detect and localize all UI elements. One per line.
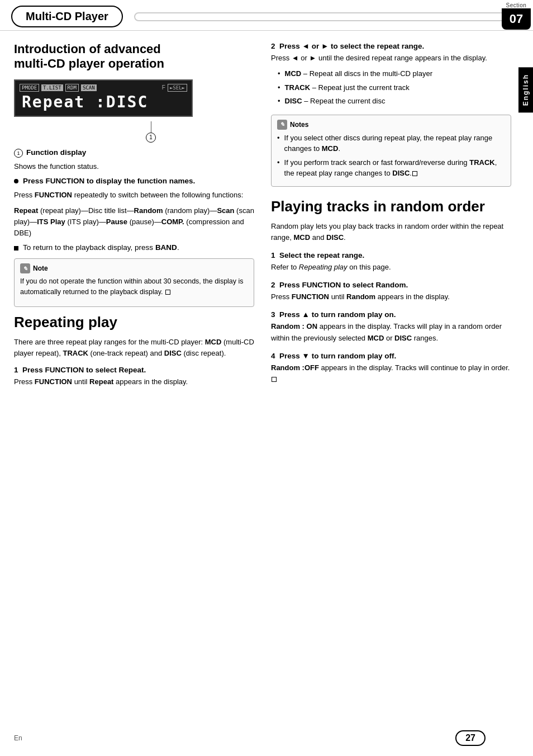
display-main-text: Repeat :DISC bbox=[20, 92, 187, 112]
func-display-title: Function display bbox=[26, 148, 86, 157]
section-tab: Section 07 bbox=[499, 0, 533, 30]
func-display-section: 1 Function display bbox=[14, 148, 254, 158]
note-1-text: If you select other discs during repeat … bbox=[284, 133, 505, 154]
functions-list-text: Repeat (repeat play)—Disc title list—Ran… bbox=[14, 205, 254, 239]
annotation-circle: 1 bbox=[146, 133, 156, 143]
mcd-text: MCD – Repeat all discs in the multi-CD p… bbox=[285, 68, 432, 79]
r-step-2-body: Press FUNCTION until Random appears in t… bbox=[271, 291, 511, 303]
main-content: Introduction of advanced multi-CD player… bbox=[0, 31, 533, 407]
square-sym-note bbox=[412, 171, 417, 176]
display-top-bar: PMODE T.LIST RDM SCAN F ►SEL► bbox=[20, 84, 187, 92]
playing-section: Playing tracks in random order Random pl… bbox=[271, 198, 511, 385]
r-step-3-body: Random : ON appears in the display. Trac… bbox=[271, 321, 511, 343]
r-step-3-header: 3 Press ▲ to turn random play on. bbox=[271, 310, 511, 319]
r-step-2: 2 Press FUNCTION to select Random. Press… bbox=[271, 281, 511, 303]
repeating-play-title: Repeating play bbox=[14, 314, 254, 331]
section-label: Section bbox=[506, 2, 527, 8]
mcd-bullet: • MCD – Repeat all discs in the multi-CD… bbox=[278, 68, 511, 79]
press-function-body: Press FUNCTION repeatedly to switch betw… bbox=[14, 190, 254, 201]
f-label: F bbox=[162, 84, 165, 91]
tlist-tag: T.LIST bbox=[41, 84, 63, 91]
note-2-item: • If you perform track search or fast fo… bbox=[277, 157, 505, 179]
func-display-desc: Shows the function status. bbox=[14, 161, 254, 172]
right-column: 2 Press ◄ or ► to select the repeat rang… bbox=[271, 42, 511, 396]
step-2-repeat: 2 Press ◄ or ► to select the repeat rang… bbox=[271, 42, 511, 107]
pmode-tag: PMODE bbox=[20, 84, 39, 92]
step-2-body: Press ◄ or ► until the desired repeat ra… bbox=[271, 53, 511, 64]
note-icon: ✎ bbox=[20, 263, 30, 273]
step-1-header: 1 Press FUNCTION to select Repeat. bbox=[14, 366, 254, 374]
step-1-body: Press FUNCTION until Repeat appears in t… bbox=[14, 376, 254, 388]
repeat-range-list: • MCD – Repeat all discs in the multi-CD… bbox=[271, 68, 511, 107]
page-title: Multi-CD Player bbox=[11, 6, 123, 27]
notes-icon: ✎ bbox=[277, 120, 287, 130]
track-text: TRACK – Repeat just the current track bbox=[285, 82, 410, 93]
playing-intro: Random play lets you play back tracks in… bbox=[271, 221, 511, 243]
square-bullet-icon bbox=[14, 246, 18, 251]
disc-text: DISC – Repeat the current disc bbox=[285, 96, 386, 107]
notes-title: ✎ Notes bbox=[277, 120, 505, 130]
disc-bullet: • DISC – Repeat the current disc bbox=[278, 96, 511, 107]
notes-box: ✎ Notes • If you select other discs duri… bbox=[271, 115, 511, 187]
annotation-area: 1 bbox=[14, 121, 254, 143]
square-sym-r4 bbox=[272, 377, 277, 382]
step-1-num: 1 bbox=[14, 366, 18, 374]
section-number: 07 bbox=[502, 8, 531, 30]
page-footer: En 27 bbox=[0, 726, 499, 750]
r-step-1-header: 1 Select the repeat range. bbox=[271, 251, 511, 259]
r-step-1-body: Refer to Repeating play on this page. bbox=[271, 262, 511, 273]
rdm-tag: RDM bbox=[65, 84, 79, 92]
annotation-line: 1 bbox=[146, 121, 156, 143]
return-playback-text: To return to the playback display, press… bbox=[23, 243, 179, 252]
breadcrumb bbox=[134, 12, 522, 21]
note-text: If you do not operate the function withi… bbox=[20, 276, 248, 297]
footer-lang: En bbox=[14, 734, 22, 742]
track-bullet: • TRACK – Repeat just the current track bbox=[278, 82, 511, 93]
r-step-1: 1 Select the repeat range. Refer to Repe… bbox=[271, 251, 511, 273]
display-image: PMODE T.LIST RDM SCAN F ►SEL► Repeat :DI… bbox=[14, 79, 193, 117]
english-tab: English bbox=[518, 67, 533, 112]
return-playback-item: To return to the playback display, press… bbox=[14, 243, 254, 252]
page-number: 27 bbox=[455, 730, 486, 746]
bullet-dot-icon bbox=[14, 179, 18, 183]
press-function-header: Press FUNCTION to display the function n… bbox=[23, 177, 195, 185]
r-step-4-header: 4 Press ▼ to turn random play off. bbox=[271, 352, 511, 360]
circled-1-label: 1 bbox=[14, 149, 23, 158]
left-column: Introduction of advanced multi-CD player… bbox=[14, 42, 254, 396]
press-function-text: Press FUNCTION to display the function n… bbox=[23, 177, 195, 185]
step-2-header: 2 Press ◄ or ► to select the repeat rang… bbox=[271, 42, 511, 50]
r-step-4-body: Random :OFF appears in the display. Trac… bbox=[271, 362, 511, 385]
note-2-text: If you perform track search or fast forw… bbox=[284, 157, 505, 179]
r-step-3: 3 Press ▲ to turn random play on. Random… bbox=[271, 310, 511, 343]
step-2-num: 2 bbox=[271, 42, 275, 50]
press-function-bullet: Press FUNCTION to display the function n… bbox=[14, 177, 254, 185]
note-title: ✎ Note bbox=[20, 263, 248, 273]
square-symbol bbox=[165, 290, 170, 295]
step-2-header-text: Press ◄ or ► to select the repeat range. bbox=[279, 42, 424, 50]
page-header: Multi-CD Player bbox=[0, 0, 533, 31]
step-1: 1 Press FUNCTION to select Repeat. Press… bbox=[14, 366, 254, 388]
sel-tag: ►SEL► bbox=[168, 84, 187, 92]
r-step-2-header: 2 Press FUNCTION to select Random. bbox=[271, 281, 511, 289]
note-box: ✎ Note If you do not operate the functio… bbox=[14, 258, 254, 307]
repeating-intro: There are three repeat play ranges for t… bbox=[14, 337, 254, 359]
annotation-vertical-line bbox=[151, 121, 151, 133]
playing-title: Playing tracks in random order bbox=[271, 198, 511, 215]
intro-title: Introduction of advanced multi-CD player… bbox=[14, 42, 254, 72]
note-1-item: • If you select other discs during repea… bbox=[277, 133, 505, 154]
r-step-4: 4 Press ▼ to turn random play off. Rando… bbox=[271, 352, 511, 385]
scan-tag: SCAN bbox=[81, 84, 97, 91]
